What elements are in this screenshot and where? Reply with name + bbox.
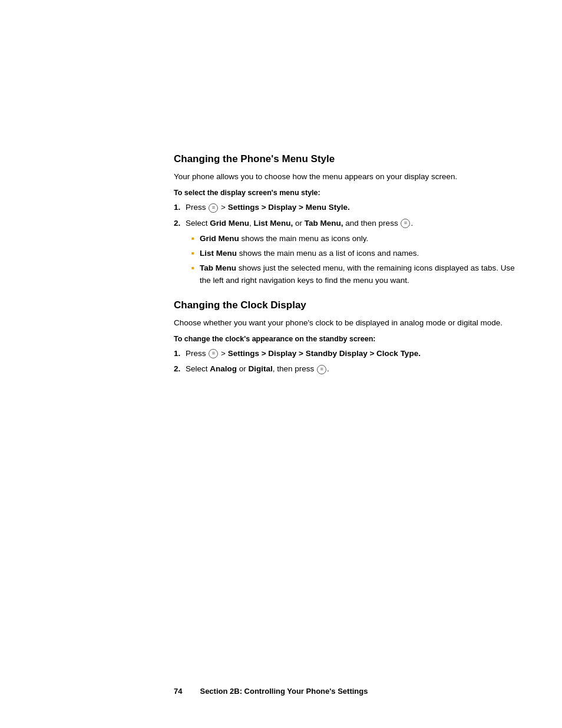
section2-title: Changing the Clock Display	[174, 299, 515, 311]
section1-step1: 1. Press > Settings > Display > Menu Sty…	[174, 202, 515, 213]
footer-section-text: Section 2B: Controlling Your Phone's Set…	[200, 687, 368, 696]
page: Changing the Phone's Menu Style Your pho…	[0, 0, 562, 728]
section1-bullets: Grid Menu shows the main menu as icons o…	[191, 233, 515, 286]
menu-icon-4	[317, 365, 326, 374]
section2-intro: Choose whether you want your phone's clo…	[174, 317, 515, 329]
section-menu-style: Changing the Phone's Menu Style Your pho…	[174, 153, 515, 286]
section1-step2: 2. Select Grid Menu, List Menu, or Tab M…	[174, 218, 515, 229]
section2-step2: 2. Select Analog or Digital, then press …	[174, 363, 515, 375]
content-area: Changing the Phone's Menu Style Your pho…	[174, 0, 515, 375]
footer-page-number: 74	[174, 687, 182, 696]
menu-icon-1	[209, 203, 218, 213]
bullet-list-menu: List Menu shows the main menu as a list …	[191, 248, 515, 259]
step1-num: 1.	[174, 202, 180, 213]
step2-num: 2.	[174, 218, 180, 229]
step2-text-s2: Select Analog or Digital, then press .	[186, 364, 329, 373]
section1-title: Changing the Phone's Menu Style	[174, 153, 515, 165]
bullet-tab-menu: Tab Menu shows just the selected menu, w…	[191, 262, 515, 286]
footer: 74 Section 2B: Controlling Your Phone's …	[0, 687, 562, 696]
step1-text-s2: Press > Settings > Display > Standby Dis…	[186, 349, 421, 358]
menu-icon-2	[401, 219, 410, 228]
section1-steps: 1. Press > Settings > Display > Menu Sty…	[174, 202, 515, 229]
section2-instruction-label: To change the clock's appearance on the …	[174, 335, 515, 343]
section1-intro: Your phone allows you to choose how the …	[174, 171, 515, 183]
section1-instruction-label: To select the display screen's menu styl…	[174, 189, 515, 197]
section-clock-display: Changing the Clock Display Choose whethe…	[174, 299, 515, 375]
step1-num-s2: 1.	[174, 348, 180, 360]
step1-text: Press > Settings > Display > Menu Style.	[186, 203, 350, 212]
section2-steps: 1. Press > Settings > Display > Standby …	[174, 348, 515, 375]
step2-text: Select Grid Menu, List Menu, or Tab Menu…	[186, 219, 413, 228]
menu-icon-3	[209, 349, 218, 358]
step2-num-s2: 2.	[174, 363, 180, 375]
bullet-grid-menu: Grid Menu shows the main menu as icons o…	[191, 233, 515, 245]
section2-step1: 1. Press > Settings > Display > Standby …	[174, 348, 515, 360]
